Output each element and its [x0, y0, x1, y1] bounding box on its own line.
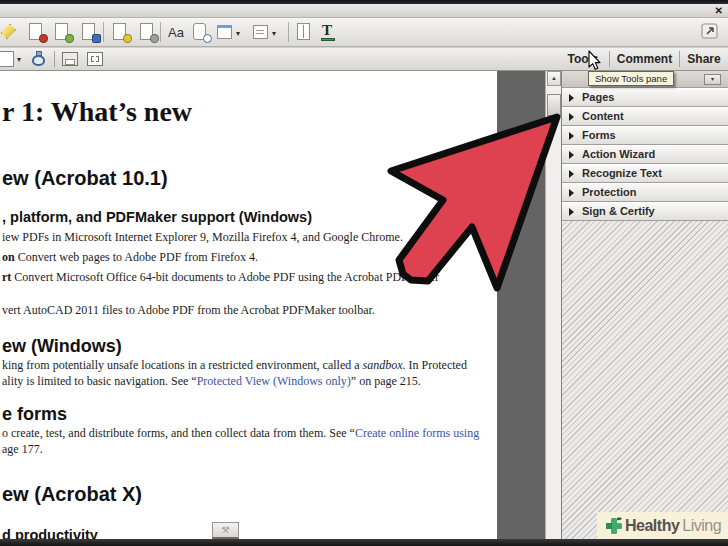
doc-text-run: . In Protected [403, 358, 467, 372]
expand-arrow-icon [569, 208, 574, 216]
doc-heading-pdfmaker: , platform, and PDFMaker support (Window… [2, 209, 312, 225]
acrobat-window: ✕ Aa ▾ ▾ [0, 0, 728, 546]
doc-heading-acrobatx: ew (Acrobat X) [2, 483, 142, 506]
vertical-scrollbar[interactable]: ▲ [545, 71, 561, 539]
doc-heading-forms: e forms [2, 404, 67, 425]
embedded-tool-button[interactable]: ⚒ [212, 522, 239, 539]
expand-arrow-icon [569, 94, 574, 102]
document-convert-icon[interactable] [79, 22, 101, 43]
show-tools-pane-tooltip: Show Tools pane [588, 71, 674, 86]
doc-heading-acrobat101: ew (Acrobat 10.1) [2, 167, 168, 190]
share-button[interactable]: Share [682, 50, 726, 69]
doc-paragraph: rt Convert Microsoft Office 64-bit docum… [2, 270, 439, 285]
secondary-toolbar: ▾ Tools Comment Share [0, 48, 728, 71]
doc-bold-run: rt [2, 270, 11, 284]
doc-link-protected-view[interactable]: Protected View (Windows only) [197, 374, 351, 388]
scroll-up-icon[interactable]: ▲ [547, 71, 561, 86]
scrollbar-thumb[interactable] [547, 94, 561, 116]
doc-heading-productivity: d productivity [2, 527, 98, 539]
search-replace-icon[interactable] [190, 22, 212, 43]
doc-paragraph: ality is limited to basic navigation. Se… [2, 374, 421, 389]
expand-arrow-icon [569, 151, 574, 159]
window-titlebar: ✕ [0, 4, 728, 18]
doc-paragraph: age 177. [2, 442, 43, 457]
doc-link-create-forms[interactable]: Create online forms using [355, 426, 479, 440]
brand-text-light: Living [682, 517, 721, 535]
pdf-page: r 1: What’s new ew (Acrobat 10.1) , plat… [0, 71, 497, 539]
main-toolbar: Aa ▾ ▾ T [0, 18, 728, 47]
expand-arrow-icon [569, 113, 574, 121]
document-export-icon[interactable] [52, 22, 74, 43]
panel-item-sign-certify[interactable]: Sign & Certify [562, 202, 728, 221]
text-tool-icon[interactable]: T [318, 22, 340, 43]
page-layout-icon[interactable] [294, 22, 316, 43]
document-settings-icon[interactable] [137, 22, 159, 43]
doc-paragraph: iew PDFs in Microsoft Internet Explorer … [2, 230, 403, 245]
panel-item-protection[interactable]: Protection [562, 183, 728, 202]
page-backdrop [497, 71, 545, 539]
doc-bold-run: on [2, 250, 15, 264]
panel-empty-area [562, 221, 728, 539]
expand-arrow-icon [569, 170, 574, 178]
doc-title: r 1: What’s new [2, 96, 192, 128]
green-cross-icon [603, 515, 625, 537]
expand-arrow-icon [569, 132, 574, 140]
zoom-combo-icon[interactable]: ▾ [0, 50, 26, 71]
page-box-menu-icon[interactable]: ▾ [214, 22, 246, 43]
expand-arrow-icon [569, 189, 574, 197]
brand-text-bold: Healthy [625, 517, 679, 535]
content-area: r 1: What’s new ew (Acrobat 10.1) , plat… [0, 71, 728, 539]
close-icon[interactable]: ✕ [715, 5, 723, 17]
comment-button[interactable]: Comment [612, 50, 677, 69]
font-icon[interactable]: Aa [165, 22, 187, 43]
doc-text-run: king from potentially unsafe locations i… [2, 358, 363, 372]
highlighter-icon[interactable] [0, 22, 22, 43]
fit-page-icon[interactable] [85, 50, 107, 71]
doc-text-run: Convert Microsoft Office 64-bit document… [11, 270, 439, 284]
doc-text-run: ” on page 215. [351, 374, 421, 388]
detach-window-icon[interactable] [700, 21, 722, 42]
panel-item-pages[interactable]: Pages [562, 88, 728, 107]
doc-paragraph: vert AutoCAD 2011 files to Adobe PDF fro… [2, 303, 375, 318]
doc-text-run: Convert web pages to Adobe PDF from Fire… [15, 250, 258, 264]
healthy-living-watermark: Healthy Living [597, 512, 728, 540]
panel-item-action-wizard[interactable]: Action Wizard [562, 145, 728, 164]
document-action-icon[interactable] [110, 22, 132, 43]
doc-italic-run: sandbox [363, 358, 403, 372]
tools-panel: ▾ Pages Content Forms Action Wizard Reco… [561, 71, 728, 539]
doc-text-run: ality is limited to basic navigation. Se… [2, 374, 197, 388]
save-icon[interactable] [60, 50, 82, 71]
panel-options-icon[interactable]: ▾ [704, 74, 721, 85]
doc-heading-windows: ew (Windows) [2, 336, 122, 357]
doc-paragraph: king from potentially unsafe locations i… [2, 358, 467, 373]
window-bottom-edge [0, 539, 728, 546]
doc-text-run: o create, test, and distribute forms, an… [2, 426, 355, 440]
ink-bottle-icon[interactable] [29, 50, 51, 71]
panel-item-content[interactable]: Content [562, 107, 728, 126]
stamp-menu-icon[interactable]: ▾ [250, 22, 282, 43]
panel-item-forms[interactable]: Forms [562, 126, 728, 145]
document-reject-icon[interactable] [26, 22, 48, 43]
tools-button[interactable]: Tools [558, 50, 608, 69]
doc-paragraph: on Convert web pages to Adobe PDF from F… [2, 250, 258, 265]
panel-item-recognize-text[interactable]: Recognize Text [562, 164, 728, 183]
doc-paragraph: o create, test, and distribute forms, an… [2, 426, 479, 441]
